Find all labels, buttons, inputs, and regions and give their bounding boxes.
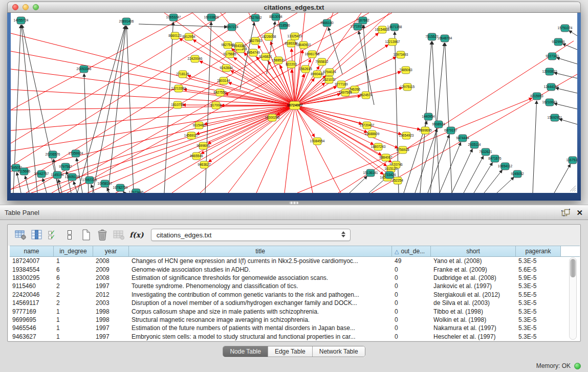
import-table-button[interactable]: [112, 228, 125, 242]
network-canvas[interactable]: 1872400786601238912954982754823676088454…: [11, 13, 577, 193]
column-header-in_degree[interactable]: in_degree: [54, 246, 93, 256]
cell-year: 1997: [93, 324, 129, 332]
graph-edge[interactable]: [295, 105, 420, 129]
cell-short: Yano et al. (2008): [431, 257, 516, 265]
graph-edge[interactable]: [17, 172, 21, 193]
graph-edge[interactable]: [533, 101, 537, 193]
graph-edge[interactable]: [474, 163, 492, 193]
show-columns-button[interactable]: [30, 228, 43, 242]
graph-edge[interactable]: [139, 24, 227, 27]
graph-edge[interactable]: [556, 88, 577, 93]
table-row[interactable]: 1456911722003Disruption of a novel membe…: [10, 299, 580, 307]
graph-node-label: 18640910: [296, 43, 311, 47]
graph-edge[interactable]: [415, 129, 437, 193]
graph-edge[interactable]: [559, 119, 577, 124]
graph-edge[interactable]: [295, 105, 383, 174]
table-row[interactable]: 1938455462009Genome-wide association stu…: [10, 265, 580, 273]
graph-edge[interactable]: [445, 43, 452, 193]
graph-edge[interactable]: [297, 98, 532, 193]
graph-edge[interactable]: [554, 103, 577, 109]
table-scrollbar[interactable]: [569, 257, 577, 340]
graph-edge[interactable]: [11, 105, 295, 151]
table-toolbar: ✓ ✓: [8, 225, 580, 245]
cell-pagerank: 5.9E-5: [516, 274, 561, 281]
graph-edge[interactable]: [77, 26, 125, 193]
graph-node-label: 10654112: [498, 164, 513, 168]
column-header-pagerank[interactable]: pagerank: [516, 246, 561, 256]
graph-edge[interactable]: [208, 105, 295, 144]
graph-edge[interactable]: [108, 26, 126, 193]
graph-edge[interactable]: [184, 89, 295, 105]
new-column-button[interactable]: [79, 228, 93, 242]
tab-network-table[interactable]: Network Table: [313, 346, 365, 357]
table-row[interactable]: 969969511998Structural magnetic resonanc…: [10, 316, 580, 324]
float-panel-icon[interactable]: [561, 209, 570, 216]
graph-edge[interactable]: [554, 73, 577, 78]
cell-short: de Silva et al. (2003): [431, 299, 516, 307]
graph-node-label: 1733426: [383, 173, 396, 177]
cell-short: Jankovic et al. (1997): [431, 282, 516, 290]
graph-edge[interactable]: [440, 142, 461, 193]
table-select-dropdown[interactable]: citations_edges.txt: [151, 229, 351, 241]
cell-year: 1997: [93, 282, 129, 290]
table-row[interactable]: 1830029562008Estimation of significance …: [10, 274, 580, 282]
node-table: namein_degreeyeartitle△out_de...shortpag…: [8, 246, 580, 341]
graph-edge[interactable]: [285, 105, 295, 193]
cell-out_degree: 0: [392, 291, 431, 298]
column-header-name[interactable]: name: [10, 246, 54, 256]
cell-pagerank: 5.3E-5: [516, 316, 561, 323]
select-rows-button[interactable]: ✓ ✓: [47, 228, 60, 242]
cell-title: Embryonic stem cells: a model to study s…: [129, 333, 392, 340]
cell-name: 18724007: [10, 257, 54, 265]
delete-column-button[interactable]: [96, 228, 109, 242]
graph-edge[interactable]: [42, 179, 47, 193]
function-builder-button[interactable]: f(x): [129, 231, 144, 239]
column-header-year[interactable]: year: [93, 246, 129, 256]
graph-edge[interactable]: [11, 13, 192, 110]
graph-edge[interactable]: [557, 58, 577, 64]
column-header-short[interactable]: short: [431, 246, 516, 256]
graph-edge[interactable]: [484, 170, 502, 193]
table-scrollbar-thumb[interactable]: [570, 259, 576, 277]
graph-edge[interactable]: [452, 149, 472, 193]
table-row[interactable]: 946554611997Estimation of the future num…: [10, 324, 580, 332]
graph-node-label: 1145194: [51, 173, 64, 177]
table-row[interactable]: 911546021997Tourette syndrome. Phenomeno…: [10, 282, 580, 290]
column-header-title[interactable]: title: [129, 246, 392, 256]
network-window: citations_edges.txt 18724007866012389129…: [7, 2, 581, 201]
memory-status-indicator[interactable]: [574, 363, 581, 369]
graph-node-label: 2935114: [468, 143, 481, 146]
panel-resize-handle[interactable]: [289, 202, 298, 204]
graph-edge[interactable]: [295, 105, 313, 193]
graph-node-label: 18724007: [287, 103, 302, 107]
graph-edge[interactable]: [88, 105, 295, 193]
graph-node-label: 7955812: [315, 60, 329, 63]
graph-edge[interactable]: [126, 26, 134, 193]
graph-edge[interactable]: [295, 105, 401, 134]
table-settings-button[interactable]: [14, 228, 27, 242]
graph-edge[interactable]: [295, 50, 303, 105]
table-row[interactable]: 946362711997Embryonic stem cells: a mode…: [10, 333, 580, 341]
column-header-out_degree[interactable]: △out_de...: [392, 246, 431, 256]
tab-node-table[interactable]: Node Table: [223, 346, 268, 357]
graph-edge[interactable]: [329, 28, 342, 74]
graph-edge[interactable]: [569, 31, 577, 36]
graph-edge[interactable]: [295, 105, 367, 133]
graph-edge[interactable]: [497, 177, 514, 193]
table-row[interactable]: 977716911998Corpus callosum shape and si…: [10, 307, 580, 315]
graph-edge[interactable]: [350, 176, 367, 193]
graph-node-label: 8660123: [168, 34, 182, 37]
close-panel-icon[interactable]: ✕: [576, 209, 583, 216]
table-row[interactable]: 2242004622012Investigating the contribut…: [10, 291, 580, 299]
graph-edge[interactable]: [428, 135, 449, 193]
tab-edge-table[interactable]: Edge Table: [268, 346, 313, 357]
graph-edge[interactable]: [295, 72, 401, 105]
row-height-button[interactable]: [63, 228, 76, 242]
graph-edge[interactable]: [123, 191, 124, 193]
table-row[interactable]: 1872400712008Changes of HCN gene express…: [10, 257, 580, 265]
graph-node-label: 9699695: [197, 144, 210, 147]
graph-edge[interactable]: [208, 105, 295, 162]
network-window-titlebar[interactable]: citations_edges.txt: [7, 2, 581, 13]
graph-edge[interactable]: [93, 26, 125, 193]
frame-resize-grip-icon[interactable]: [568, 184, 576, 192]
